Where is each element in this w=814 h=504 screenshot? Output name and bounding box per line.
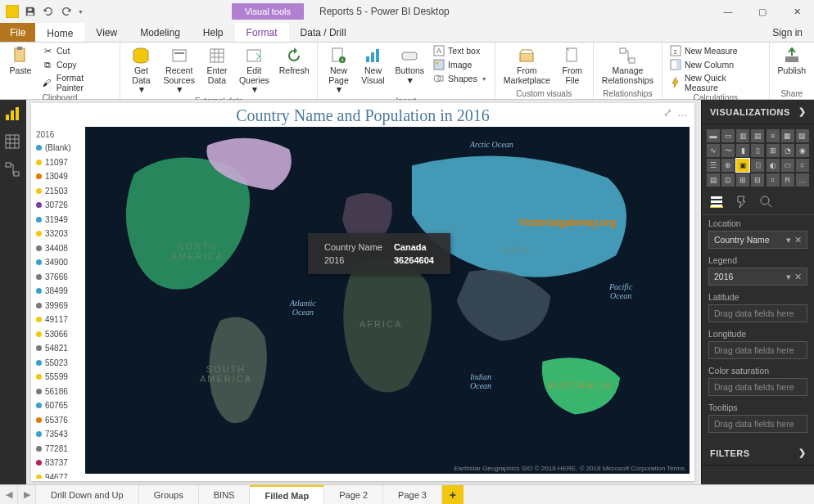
legend-item[interactable]: 83737 [36,456,84,470]
viz-type-icon[interactable]: … [796,173,809,187]
viz-type-icon[interactable]: ▯ [751,144,764,157]
manage-relationships-button[interactable]: Manage Relationships [599,44,657,87]
page-next-button[interactable]: ▶ [18,485,36,504]
page-prev-button[interactable]: ◀ [0,485,18,504]
chevron-right-icon[interactable]: ❯ [798,448,807,458]
analytics-tab-icon[interactable] [759,195,772,208]
more-options-icon[interactable]: … [677,106,688,119]
field-well-legend[interactable]: 2016▾✕ [708,268,807,286]
legend-item[interactable]: 60765 [36,398,84,413]
buttons-button[interactable]: Buttons▼ [391,44,427,87]
page-tab[interactable]: Page 2 [324,485,383,504]
text-box-button[interactable]: AText box [431,44,490,57]
report-canvas[interactable]: ⤢ … Country Name and Population in 2016 … [26,100,701,484]
from-file-button[interactable]: From File [557,44,588,87]
field-well-tooltips[interactable]: Drag data fields here [708,415,807,433]
report-view-button[interactable] [5,106,21,123]
page-tab[interactable]: Groups [139,485,199,504]
legend-item[interactable]: 54821 [36,341,84,356]
viz-type-icon[interactable]: ▥ [736,129,749,142]
new-column-button[interactable]: New Column [667,58,764,71]
legend-item[interactable]: 65376 [36,413,84,428]
recent-sources-button[interactable]: Recent Sources▼ [160,44,198,97]
legend-item[interactable]: 94677 [36,470,84,479]
legend-item[interactable]: 31949 [36,213,84,227]
viz-type-icon[interactable]: ▬ [707,129,720,142]
cut-button[interactable]: ✂Cut [39,44,115,57]
legend-item[interactable]: 11097 [36,155,84,170]
remove-field-icon[interactable]: ✕ [794,235,802,245]
page-tab[interactable]: Filled Map [250,485,324,504]
add-page-button[interactable]: + [442,485,464,504]
page-tab[interactable]: BINS [199,485,251,504]
viz-type-icon[interactable]: ∿ [707,144,720,157]
viz-type-icon[interactable]: R [781,173,794,187]
legend-item[interactable]: 55599 [36,370,84,385]
viz-type-icon[interactable]: ⌗ [796,159,809,172]
legend-item[interactable]: 33203 [36,227,84,241]
undo-icon[interactable] [41,4,56,19]
legend-item[interactable]: (Blank) [36,141,84,155]
viz-type-icon[interactable]: ⊞ [736,173,749,187]
new-visual-button[interactable]: New Visual [357,44,388,87]
viz-type-icon[interactable]: ⌗ [767,173,780,187]
paste-button[interactable]: Paste [5,44,36,78]
new-page-button[interactable]: +New Page▼ [323,44,354,97]
viz-type-icon[interactable]: ▤ [751,129,764,142]
viz-type-icon[interactable]: ⊡ [721,173,735,187]
image-button[interactable]: Image [431,58,490,71]
maximize-button[interactable]: ▢ [745,0,780,23]
edit-queries-button[interactable]: Edit Queries▼ [236,44,273,97]
legend-item[interactable]: 34900 [36,255,84,270]
legend-item[interactable]: 13049 [36,169,84,184]
chevron-down-icon[interactable]: ▾ [786,272,791,281]
viz-type-icon[interactable]: ▧ [796,129,809,142]
model-view-button[interactable] [5,162,21,178]
chevron-right-icon[interactable]: ❯ [798,106,807,117]
format-tab-icon[interactable] [735,195,748,208]
legend-item[interactable]: 34408 [36,241,84,256]
viz-type-icon[interactable]: ≡ [767,129,780,142]
viz-type-icon[interactable]: ⬭ [781,159,794,172]
legend-item[interactable]: 77281 [36,442,84,457]
file-tab[interactable]: File [0,23,35,42]
save-icon[interactable] [23,4,38,19]
legend-item[interactable]: 30726 [36,198,84,213]
field-well-latitude[interactable]: Drag data fields here [708,304,807,322]
legend-item[interactable]: 53066 [36,327,84,342]
format-painter-button[interactable]: 🖌Format Painter [39,72,115,93]
viz-type-icon[interactable]: ◉ [796,144,809,157]
viz-type-icon[interactable]: ⊞ [767,144,780,157]
new-quick-measure-button[interactable]: New Quick Measure [667,72,764,93]
page-tab[interactable]: Page 3 [383,485,442,504]
viz-type-icon[interactable]: ▣ [736,159,749,172]
viz-type-icon[interactable]: 〜 [721,144,735,157]
focus-mode-icon[interactable]: ⤢ [663,106,672,119]
field-well-location[interactable]: Country Name▾✕ [708,231,807,249]
copy-button[interactable]: ⧉Copy [39,58,115,71]
viz-type-icon[interactable]: ▭ [721,129,735,142]
sign-in-link[interactable]: Sign in [761,23,814,42]
remove-field-icon[interactable]: ✕ [794,272,802,281]
filled-map-visual[interactable]: Arctic Ocean Atlantic Ocean Indian Ocean… [85,127,690,474]
close-button[interactable]: ✕ [780,0,814,23]
from-marketplace-button[interactable]: From Marketplace [500,44,554,87]
new-measure-button[interactable]: ΣNew Measure [667,44,764,57]
enter-data-button[interactable]: Enter Data [201,44,233,87]
field-well-longitude[interactable]: Drag data fields here [708,341,807,359]
legend-item[interactable]: 39969 [36,299,84,313]
tab-data-drill[interactable]: Data / Drill [289,23,358,42]
redo-icon[interactable] [59,4,74,19]
visualizations-header[interactable]: VISUALIZATIONS ❯ [702,100,814,124]
refresh-button[interactable]: Refresh [276,44,313,78]
viz-type-icon[interactable]: ▦ [781,129,794,142]
tab-format[interactable]: Format [235,23,289,42]
viz-type-icon[interactable]: ▤ [707,173,720,187]
data-view-button[interactable] [5,134,21,151]
shapes-button[interactable]: Shapes▼ [431,72,490,85]
legend-item[interactable]: 73543 [36,427,84,442]
page-tab[interactable]: Drill Down and Up [36,485,139,504]
viz-type-icon[interactable]: ◔ [781,144,794,157]
viz-type-icon[interactable]: ◐ [767,159,780,172]
viz-type-icon[interactable]: ▮ [736,144,749,157]
